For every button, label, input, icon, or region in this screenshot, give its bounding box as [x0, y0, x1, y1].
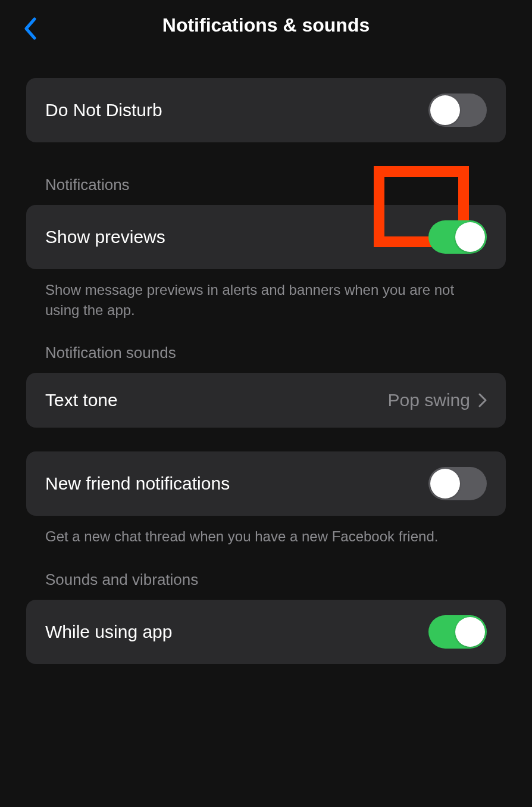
chevron-left-icon: [23, 17, 36, 40]
toggle-knob: [430, 469, 460, 498]
text-tone-value: Pop swing: [388, 390, 470, 410]
while-using-row: While using app: [26, 600, 506, 664]
toggle-knob: [455, 617, 485, 647]
do-not-disturb-label: Do Not Disturb: [45, 100, 162, 120]
notifications-section: Notifications Show previews Show message…: [26, 176, 506, 320]
header: Notifications & sounds: [0, 0, 532, 60]
while-using-toggle[interactable]: [428, 615, 487, 649]
notifications-header: Notifications: [26, 176, 506, 205]
new-friend-section: New friend notifications Get a new chat …: [26, 451, 506, 547]
toggle-knob: [455, 222, 485, 252]
while-using-label: While using app: [45, 622, 172, 642]
do-not-disturb-row: Do Not Disturb: [26, 78, 506, 142]
show-previews-label: Show previews: [45, 227, 165, 247]
new-friend-toggle[interactable]: [428, 467, 487, 500]
text-tone-right: Pop swing: [388, 390, 487, 410]
new-friend-footer: Get a new chat thread when you have a ne…: [26, 516, 506, 547]
text-tone-row[interactable]: Text tone Pop swing: [26, 373, 506, 428]
text-tone-label: Text tone: [45, 390, 118, 410]
chevron-right-icon: [478, 393, 487, 407]
notification-sounds-section: Notification sounds Text tone Pop swing: [26, 344, 506, 428]
show-previews-footer: Show message previews in alerts and bann…: [26, 269, 506, 320]
dnd-section: Do Not Disturb: [26, 78, 506, 142]
sounds-vibrations-header: Sounds and vibrations: [26, 571, 506, 600]
page-title: Notifications & sounds: [12, 14, 520, 36]
back-button[interactable]: [18, 17, 42, 40]
new-friend-label: New friend notifications: [45, 473, 230, 494]
show-previews-row: Show previews: [26, 205, 506, 269]
new-friend-row: New friend notifications: [26, 451, 506, 516]
do-not-disturb-toggle[interactable]: [428, 94, 487, 127]
show-previews-toggle[interactable]: [428, 220, 487, 254]
notification-sounds-header: Notification sounds: [26, 344, 506, 373]
sounds-vibrations-section: Sounds and vibrations While using app: [26, 571, 506, 664]
toggle-knob: [430, 95, 460, 125]
